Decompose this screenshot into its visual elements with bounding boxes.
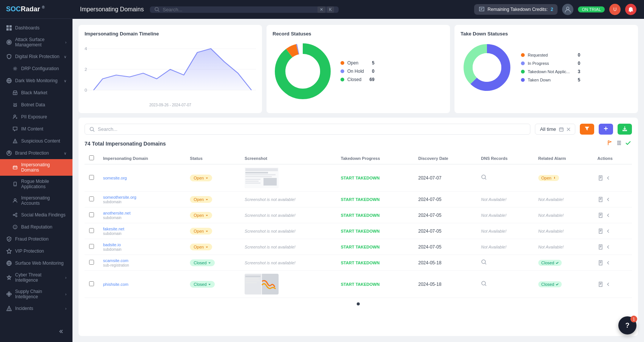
row-checkbox[interactable] [89,244,94,249]
sidebar-item-supply-chain[interactable]: Supply Chain Intelligence › [0,286,72,302]
status-badge[interactable]: Open [190,175,212,181]
collapse-button[interactable] [6,327,66,336]
domain-link[interactable]: phishsite.com [103,282,128,287]
domain-subdomain: subdomain [103,247,181,252]
dns-search-icon[interactable] [481,281,487,287]
status-badge[interactable]: Open [190,228,212,235]
sidebar-item-cyber-threat[interactable]: Cyber Threat Intelligence › [0,269,72,286]
vip-icon [6,248,12,254]
related-alarm-badge[interactable]: Closed [538,281,562,287]
report-icon[interactable] [598,212,604,218]
report-icon[interactable] [598,228,604,234]
sidebar-item-impersonating-accounts[interactable]: Impersonating Accounts [0,192,72,209]
sidebar-item-impersonating-domains[interactable]: Impersonating Domains [0,159,72,176]
sidebar-item-drp-config[interactable]: DRP Configuration [0,63,72,75]
sidebar-item-digital-risk[interactable]: Digital Risk Protection ∨ [0,51,72,63]
dns-search-icon[interactable] [481,174,487,180]
search-close-button[interactable]: K [327,6,334,13]
select-all-checkbox[interactable] [89,155,94,160]
status-chevron-icon [205,176,208,179]
status-chevron-icon [205,245,208,248]
svg-text:2: 2 [85,67,87,72]
date-filter[interactable]: All time [535,124,575,135]
svg-line-37 [14,215,15,216]
dns-search-icon[interactable] [481,259,487,265]
domain-link[interactable]: anothersite.net [103,211,131,215]
sidebar-item-pii-exposure[interactable]: PII Exposure [0,111,72,123]
sidebar-item-suspicious-content[interactable]: Suspicious Content [0,135,72,147]
row-checkbox[interactable] [89,175,94,180]
sidebar-item-fraud-protection[interactable]: Fraud Protection [0,233,72,245]
domain-link[interactable]: badsite.io [103,242,121,247]
expand-icon[interactable] [607,175,613,181]
filter-orange-button[interactable] [580,124,594,135]
sidebar-item-im-content[interactable]: IM Content [0,123,72,135]
sidebar-item-surface-web[interactable]: Surface Web Monitoring [0,257,72,269]
takedown-link[interactable]: START TAKEDOWN [341,282,380,287]
report-icon[interactable] [598,260,604,266]
sidebar-item-brand-protection[interactable]: Brand Protection ∨ [0,147,72,159]
action-icons [598,212,627,218]
sidebar-item-black-market[interactable]: Black Market [0,87,72,99]
row-checkbox[interactable] [89,228,94,233]
domain-name: anothersite.net subdomain [103,210,181,220]
expand-icon[interactable] [607,244,613,250]
sidebar-item-label: Impersonating Domains [21,162,66,173]
domain-link[interactable]: fakesite.net [103,227,124,231]
domain-subdomain: subdomain [103,232,181,236]
row-checkbox[interactable] [89,212,94,217]
related-alarm-badge[interactable]: Closed [538,260,562,266]
sidebar-item-vip-protection[interactable]: VIP Protection [0,245,72,257]
view-btn-pause[interactable] [615,139,623,148]
sidebar-item-dark-web[interactable]: Dark Web Monitoring ∨ [0,75,72,87]
sidebar-item-botnet-data[interactable]: Botnet Data [0,99,72,111]
report-icon[interactable] [598,175,604,181]
notification-avatar[interactable] [625,4,636,15]
domain-link[interactable]: someothersite.org [103,195,136,199]
add-button[interactable] [599,124,613,135]
takedown-link[interactable]: START TAKEDOWN [341,261,380,265]
takedown-link[interactable]: START TAKEDOWN [341,213,380,218]
domain-link[interactable]: scamsite.com [103,258,128,263]
row-checkbox[interactable] [89,281,94,286]
status-badge[interactable]: Open [190,196,212,203]
view-btn-flag[interactable] [606,139,614,148]
row-checkbox[interactable] [89,260,94,265]
takedown-link[interactable]: START TAKEDOWN [341,245,380,249]
top-search-bar[interactable]: ✕ K [150,6,339,13]
status-badge[interactable]: Closed [190,281,215,288]
svg-rect-85 [245,179,260,180]
status-badge[interactable]: Closed [190,259,215,266]
row-checkbox[interactable] [89,196,94,201]
takedown-link[interactable]: START TAKEDOWN [341,176,380,180]
col-header-date: Discovery Date [414,152,476,164]
sidebar-item-incidents[interactable]: Incidents › [0,302,72,314]
view-btn-check[interactable] [624,139,632,148]
takedown-link[interactable]: START TAKEDOWN [341,229,380,233]
sidebar-item-rogue-mobile[interactable]: Rogue Mobile Applications [0,176,72,192]
expand-icon[interactable] [607,228,613,234]
download-button[interactable] [618,124,632,135]
expand-icon[interactable] [607,212,613,218]
table-search-input[interactable] [98,126,525,132]
sidebar-item-attack-surface[interactable]: Attack Surface Management › [0,34,72,51]
domain-link[interactable]: somesite.org [103,176,127,180]
sidebar-item-bad-reputation[interactable]: Bad Reputation [0,221,72,233]
search-clear-button[interactable]: ✕ [317,6,325,13]
related-alarm-badge[interactable]: Open [538,175,559,181]
report-icon[interactable] [598,244,604,250]
expand-icon[interactable] [607,260,613,266]
status-badge[interactable]: Open [190,244,212,250]
sidebar-item-dashboards[interactable]: Dashboards [0,22,72,34]
report-icon[interactable] [598,196,604,202]
takedown-link[interactable]: START TAKEDOWN [341,197,380,202]
sidebar-item-social-media[interactable]: Social Media Findings [0,209,72,221]
expand-icon[interactable] [607,196,613,202]
status-chevron-icon [205,230,208,233]
report-icon[interactable] [598,281,604,287]
expand-icon[interactable] [607,281,613,287]
table-search-bar[interactable] [85,124,530,135]
top-search-input[interactable] [163,7,314,12]
chat-bubble[interactable]: ? 1 [618,316,636,334]
status-badge[interactable]: Open [190,212,212,219]
